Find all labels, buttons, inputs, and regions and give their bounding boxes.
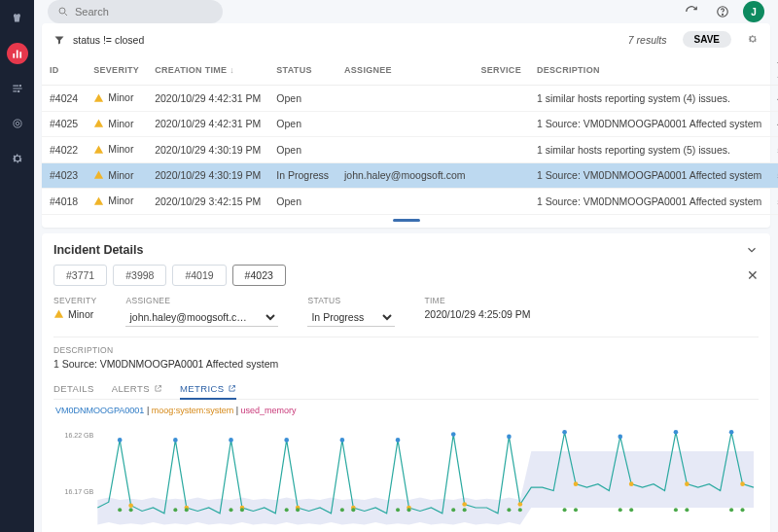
incident-tabs: #3771#3998#4019#4023✕ — [53, 265, 759, 286]
svg-point-6 — [16, 122, 19, 125]
chart-legend: VM0DNMOOGPA0001 | moog:system:system | u… — [55, 406, 759, 415]
svg-point-48 — [396, 508, 400, 512]
svg-point-26 — [507, 434, 512, 439]
svg-point-19 — [118, 438, 123, 443]
svg-point-21 — [229, 438, 233, 443]
svg-text:16.17 GB: 16.17 GB — [65, 487, 94, 494]
svg-point-50 — [507, 508, 511, 512]
svg-point-44 — [173, 508, 177, 512]
filter-expression[interactable]: status != closed — [73, 34, 144, 46]
collapse-icon[interactable] — [745, 243, 759, 257]
table-row[interactable]: #4024Minor2020/10/29 4:42:31 PMOpen1 sim… — [42, 86, 778, 112]
svg-point-46 — [285, 508, 289, 512]
side-nav — [0, 0, 34, 532]
results-count: 7 results — [628, 34, 667, 46]
svg-point-39 — [574, 481, 579, 486]
metrics-chart[interactable]: 16.13 GB16.17 GB16.22 GB3:46:01 PM4:00:5… — [53, 417, 759, 533]
svg-point-41 — [685, 481, 690, 486]
resize-handle[interactable] — [42, 215, 770, 228]
svg-point-45 — [230, 508, 233, 512]
svg-point-60 — [407, 508, 410, 512]
svg-point-28 — [618, 434, 622, 439]
svg-line-8 — [65, 14, 68, 17]
topbar: J — [34, 0, 778, 23]
help-icon[interactable] — [712, 1, 733, 22]
table-row[interactable]: #4022Minor2020/10/29 4:30:19 PMOpen1 sim… — [42, 137, 778, 163]
nav-settings-icon[interactable] — [7, 148, 28, 169]
incident-tab[interactable]: #4023 — [232, 265, 286, 286]
label-time: TIME — [424, 296, 530, 305]
table-row[interactable]: #4018Minor2020/10/29 3:42:15 PMOpen1 Sou… — [42, 189, 778, 215]
col-total-alerts[interactable]: TOTAL ALERTS — [769, 55, 778, 86]
svg-point-27 — [562, 429, 567, 434]
nav-tune-icon[interactable] — [7, 78, 28, 99]
field-time: 2020/10/29 4:25:09 PM — [424, 308, 530, 320]
subtab-details[interactable]: DETAILS — [53, 379, 94, 399]
svg-point-66 — [741, 508, 745, 512]
save-button[interactable]: SAVE — [683, 31, 732, 48]
external-icon — [228, 384, 236, 393]
col-assignee[interactable]: ASSIGNEE — [336, 55, 473, 86]
svg-point-31 — [128, 503, 133, 508]
incidents-table: ID SEVERITY CREATION TIME ↓ STATUS ASSIG… — [42, 55, 778, 215]
details-title: Incident Details — [53, 243, 745, 257]
svg-text:16.22 GB: 16.22 GB — [65, 431, 94, 438]
svg-point-3 — [18, 85, 20, 87]
table-settings-icon[interactable] — [747, 33, 759, 47]
search-box[interactable] — [48, 0, 223, 23]
nav-logo-icon[interactable] — [7, 8, 28, 29]
search-icon — [57, 6, 69, 18]
svg-point-42 — [740, 481, 745, 486]
svg-point-5 — [13, 120, 20, 127]
avatar[interactable]: J — [743, 1, 764, 22]
nav-target-icon[interactable] — [7, 113, 28, 134]
subtab-alerts[interactable]: ALERTS — [112, 379, 162, 399]
svg-point-61 — [463, 508, 467, 512]
field-status[interactable]: In Progress — [307, 308, 395, 327]
col-severity[interactable]: SEVERITY — [86, 55, 147, 86]
label-severity: SEVERITY — [53, 296, 96, 305]
svg-point-10 — [723, 14, 724, 15]
svg-point-59 — [351, 508, 355, 512]
svg-point-22 — [284, 438, 289, 443]
svg-point-64 — [629, 508, 633, 512]
label-assignee: ASSIGNEE — [125, 296, 278, 305]
field-severity: Minor — [53, 308, 96, 320]
svg-point-30 — [729, 429, 734, 434]
svg-point-29 — [674, 429, 679, 434]
col-description[interactable]: DESCRIPTION — [529, 55, 769, 86]
svg-point-37 — [462, 502, 467, 507]
external-icon — [154, 384, 162, 393]
col-service[interactable]: SERVICE — [473, 55, 528, 86]
col-status[interactable]: STATUS — [268, 55, 336, 86]
svg-point-56 — [185, 508, 189, 512]
svg-rect-2 — [19, 52, 21, 57]
filter-icon[interactable] — [53, 34, 65, 46]
search-input[interactable] — [75, 6, 213, 18]
svg-point-4 — [18, 90, 19, 92]
svg-point-40 — [629, 481, 634, 486]
table-row[interactable]: #4025Minor2020/10/29 4:42:31 PMOpen1 Sou… — [42, 111, 778, 137]
svg-point-24 — [396, 438, 401, 443]
field-assignee[interactable]: john.haley@moogsoft.c… — [125, 308, 278, 327]
svg-point-25 — [451, 432, 456, 437]
svg-point-38 — [518, 502, 523, 507]
svg-point-47 — [340, 508, 344, 512]
svg-point-53 — [674, 508, 678, 512]
nav-incidents-icon[interactable] — [7, 43, 28, 64]
svg-rect-1 — [16, 51, 18, 58]
table-row[interactable]: #4023Minor2020/10/29 4:30:19 PMIn Progre… — [42, 162, 778, 189]
refresh-icon[interactable] — [681, 1, 702, 22]
filter-row: status != closed 7 results SAVE — [42, 23, 770, 55]
col-id[interactable]: ID — [42, 55, 86, 86]
incident-tab[interactable]: #3771 — [53, 265, 107, 286]
incident-tab[interactable]: #4019 — [172, 265, 226, 286]
subtab-metrics[interactable]: METRICS — [180, 379, 237, 400]
col-creation-time[interactable]: CREATION TIME ↓ — [147, 55, 268, 86]
incident-tab[interactable]: #3998 — [113, 265, 166, 286]
label-description: DESCRIPTION — [53, 345, 759, 355]
svg-point-65 — [685, 508, 689, 512]
svg-point-51 — [563, 508, 567, 512]
svg-point-20 — [173, 438, 178, 443]
close-icon[interactable]: ✕ — [747, 267, 759, 283]
